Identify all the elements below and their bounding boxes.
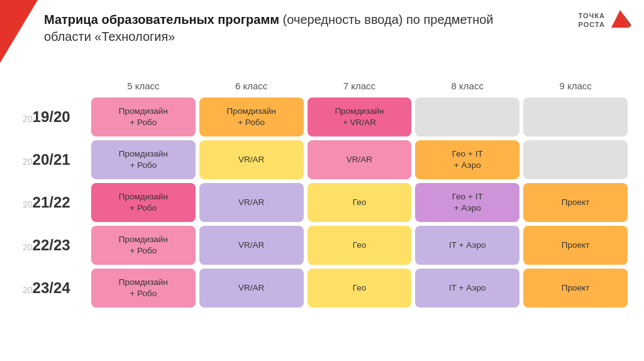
table-row: 2019/20Промдизайн+ РобоПромдизайн+ РобоП… (23, 97, 628, 136)
matrix-container: 5 класс 6 класс 7 класс 8 класс 9 класс … (19, 74, 631, 348)
cell-r2-c1: VR/AR (199, 183, 304, 222)
cell-r1-c3: Гео + IT+ Аэро (415, 140, 519, 179)
col-header-9: 9 класс (523, 78, 628, 94)
cell-r1-c4 (523, 140, 628, 179)
logo-area: ТОЧКА РОСТА (579, 8, 631, 33)
cell-r0-c2: Промдизайн+ VR/AR (308, 97, 412, 136)
logo-line1: ТОЧКА (579, 12, 605, 20)
cell-r1-c2: VR/AR (308, 140, 412, 179)
cell-r3-c2: Гео (308, 226, 412, 265)
col-header-6: 6 класс (199, 78, 304, 94)
table-row: 2021/22Промдизайн+ РобоVR/ARГеоГео + IT+… (23, 183, 628, 222)
year-cell-0: 2019/20 (23, 97, 87, 136)
page-title: Матрица образовательных программ (очеред… (44, 11, 543, 45)
table-row: 2023/24Промдизайн+ РобоVR/ARГеоIT + Аэро… (23, 269, 628, 308)
col-header-5: 5 класс (91, 78, 196, 94)
logo-text: ТОЧКА РОСТА (579, 12, 605, 28)
cell-r0-c3 (415, 97, 519, 136)
matrix-table: 5 класс 6 класс 7 класс 8 класс 9 класс … (19, 74, 631, 311)
cell-r4-c3: IT + Аэро (415, 269, 519, 308)
cell-r3-c4: Проект (523, 226, 628, 265)
col-header-empty (23, 78, 87, 94)
cell-r4-c2: Гео (308, 269, 412, 308)
cell-r2-c2: Гео (308, 183, 412, 222)
cell-r4-c4: Проект (523, 269, 628, 308)
cell-r2-c0: Промдизайн+ Робо (91, 183, 196, 222)
col-header-8: 8 класс (415, 78, 519, 94)
cell-r0-c0: Промдизайн+ Робо (91, 97, 196, 136)
cell-r0-c1: Промдизайн+ Робо (199, 97, 304, 136)
cell-r3-c1: VR/AR (199, 226, 304, 265)
col-header-7: 7 класс (308, 78, 412, 94)
table-row: 2022/23Промдизайн+ РобоVR/ARГеоIT + Аэро… (23, 226, 628, 265)
cell-r3-c3: IT + Аэро (415, 226, 519, 265)
year-cell-1: 2020/21 (23, 140, 87, 179)
year-cell-4: 2023/24 (23, 269, 87, 308)
cell-r1-c1: VR/AR (199, 140, 304, 179)
cell-r3-c0: Промдизайн+ Робо (91, 226, 196, 265)
page-title-bold: Матрица образовательных программ (44, 13, 279, 26)
logo-line2: РОСТА (579, 21, 605, 29)
table-row: 2020/21Промдизайн+ РобоVR/ARVR/ARГео + I… (23, 140, 628, 179)
cell-r1-c0: Промдизайн+ Робо (91, 140, 196, 179)
year-cell-2: 2021/22 (23, 183, 87, 222)
cell-r4-c1: VR/AR (199, 269, 304, 308)
logo-icon (609, 8, 631, 33)
cell-r2-c4: Проект (523, 183, 628, 222)
cell-r4-c0: Промдизайн+ Робо (91, 269, 196, 308)
cell-r0-c4 (523, 97, 628, 136)
cell-r2-c3: Гео + IT+ Аэро (415, 183, 519, 222)
red-corner-decoration (0, 0, 38, 63)
year-cell-3: 2022/23 (23, 226, 87, 265)
